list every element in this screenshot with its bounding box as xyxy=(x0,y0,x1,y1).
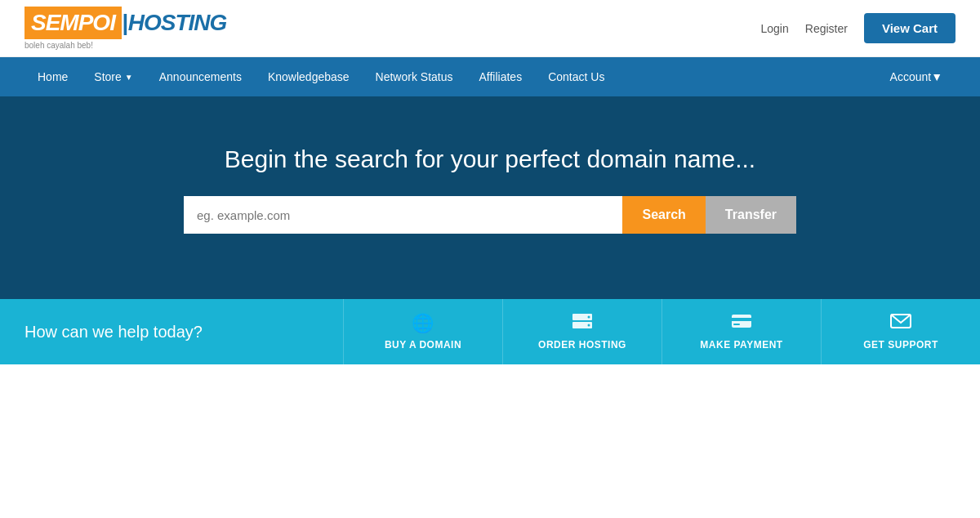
server-icon xyxy=(572,313,593,334)
nav-announcements[interactable]: Announcements xyxy=(146,57,255,96)
account-chevron-icon: ▼ xyxy=(931,70,942,83)
transfer-button[interactable]: Transfer xyxy=(706,196,796,234)
make-payment-label: MAKE PAYMENT xyxy=(700,339,782,351)
header-right: Login Register View Cart xyxy=(761,13,956,43)
logo-tagline: boleh cayalah beb! xyxy=(24,41,93,50)
logo-sempoi: SEMPOI xyxy=(31,10,115,35)
nav-knowledgebase[interactable]: Knowledgebase xyxy=(255,57,363,96)
nav-contact-us[interactable]: Contact Us xyxy=(535,57,617,96)
domain-search-row: Search Transfer xyxy=(184,196,796,234)
svg-rect-5 xyxy=(732,318,751,321)
buy-domain-label: BUY A DOMAIN xyxy=(385,339,461,351)
bottom-bar: How can we help today? 🌐 BUY A DOMAIN OR… xyxy=(0,299,980,364)
header: SEMPOI | HOSTING boleh cayalah beb! Logi… xyxy=(0,0,980,57)
get-support-action[interactable]: GET SUPPORT xyxy=(821,299,980,364)
how-can-help: How can we help today? xyxy=(0,299,343,364)
card-icon xyxy=(731,313,752,334)
login-link[interactable]: Login xyxy=(761,22,789,35)
svg-point-2 xyxy=(588,316,590,319)
hero-title: Begin the search for your perfect domain… xyxy=(225,145,755,173)
logo-hosting: HOSTING xyxy=(128,10,227,36)
logo[interactable]: SEMPOI | HOSTING boleh cayalah beb! xyxy=(24,7,226,50)
domain-search-input[interactable] xyxy=(184,196,622,234)
nav-home[interactable]: Home xyxy=(24,57,81,96)
svg-rect-6 xyxy=(733,324,740,325)
nav-left: Home Store ▼ Announcements Knowledgebase… xyxy=(24,57,617,96)
hero-section: Begin the search for your perfect domain… xyxy=(0,96,980,299)
navbar: Home Store ▼ Announcements Knowledgebase… xyxy=(0,57,980,96)
globe-icon: 🌐 xyxy=(412,313,434,334)
nav-store[interactable]: Store ▼ xyxy=(81,57,145,96)
email-icon xyxy=(890,313,911,334)
buy-domain-action[interactable]: 🌐 BUY A DOMAIN xyxy=(343,299,502,364)
nav-right: Account ▼ xyxy=(877,57,956,96)
svg-point-3 xyxy=(588,324,590,327)
white-content-area xyxy=(0,364,980,518)
order-hosting-label: ORDER HOSTING xyxy=(538,339,626,351)
make-payment-action[interactable]: MAKE PAYMENT xyxy=(662,299,821,364)
nav-affiliates[interactable]: Affiliates xyxy=(466,57,536,96)
view-cart-button[interactable]: View Cart xyxy=(864,13,956,43)
order-hosting-action[interactable]: ORDER HOSTING xyxy=(502,299,662,364)
nav-network-status[interactable]: Network Status xyxy=(363,57,466,96)
register-link[interactable]: Register xyxy=(805,22,848,35)
nav-account[interactable]: Account ▼ xyxy=(877,57,956,96)
store-chevron-icon: ▼ xyxy=(125,73,133,82)
get-support-label: GET SUPPORT xyxy=(863,339,938,351)
search-button[interactable]: Search xyxy=(622,196,705,234)
